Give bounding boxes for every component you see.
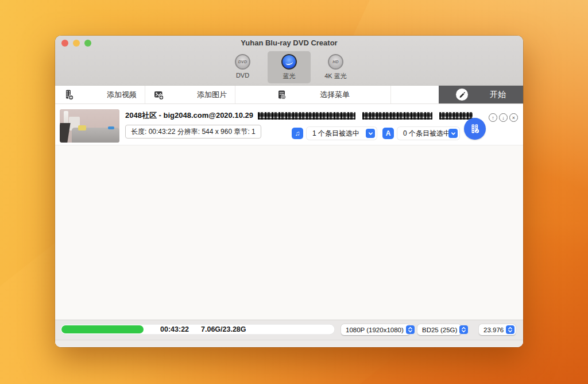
disc-mode-tabs: DVD DVD 蓝光 HD 4K 蓝光 [55, 51, 523, 83]
stepper-icon[interactable] [406, 325, 415, 334]
toolbar: 添加视频 添加图片 选择菜单 [55, 85, 523, 104]
media-list: 2048社区 - big2048.com@2020.10.29 长度: 00:4… [55, 104, 523, 320]
progress-fill [61, 325, 144, 333]
dvd-disc-icon: DVD [235, 54, 250, 70]
move-down-button[interactable]: ↓ [499, 113, 508, 122]
move-up-button[interactable]: ↑ [489, 113, 497, 122]
disc-size-value: BD25 (25G) [422, 327, 457, 333]
add-video-label: 添加视频 [107, 90, 137, 100]
redacted-segment [439, 112, 473, 120]
row-actions: ↑ ↓ × [489, 113, 518, 122]
window-header: Yuhan Blu-ray DVD Creator DVD DVD 蓝光 HD … [55, 36, 523, 85]
mode-tab-4k-bluray[interactable]: HD 4K 蓝光 [314, 51, 357, 83]
add-image-label: 添加图片 [197, 90, 227, 100]
add-video-icon [63, 89, 75, 101]
thumbnail-art [108, 126, 114, 129]
remove-item-button[interactable]: × [509, 113, 518, 122]
window-footer [55, 340, 523, 347]
mode-tab-bluray[interactable]: 蓝光 [268, 51, 311, 83]
media-list-item[interactable]: 2048社区 - big2048.com@2020.10.29 长度: 00:4… [55, 104, 523, 145]
video-thumbnail [60, 109, 119, 143]
subtitle-track-value: 0 个条目被选中 [403, 129, 450, 139]
window-title: Yuhan Blu-ray DVD Creator [55, 39, 523, 47]
pencil-icon [456, 89, 468, 101]
mode-tab-label: DVD [236, 72, 249, 79]
resolution-value: 1080P (1920x1080) [346, 327, 404, 333]
chevron-down-icon[interactable] [366, 129, 375, 138]
mode-tab-dvd[interactable]: DVD DVD [221, 51, 264, 83]
media-title-text: 2048社区 - big2048.com@2020.10.29 [125, 110, 253, 121]
bluray-disc-icon [281, 54, 297, 70]
dvd-disc-badge: DVD [238, 60, 247, 64]
select-menu-icon [276, 89, 288, 101]
progress-bar: 00:43:22 7.06G/23.28G [60, 324, 335, 335]
status-bar: 00:43:22 7.06G/23.28G 1080P (1920x1080) … [55, 320, 523, 347]
redacted-text [258, 112, 473, 120]
duration-text: 00:43:22 [160, 324, 189, 335]
select-menu-label: 选择菜单 [320, 90, 350, 100]
redacted-segment [258, 112, 355, 120]
edit-video-icon [469, 123, 481, 135]
subtitle-track-select[interactable]: 0 个条目被选中 [397, 127, 459, 140]
music-note-icon: ♫ [292, 128, 303, 139]
stepper-icon[interactable] [459, 325, 468, 334]
uhd-disc-badge: HD [332, 60, 339, 64]
add-video-button[interactable]: 添加视频 [55, 86, 145, 103]
app-window: Yuhan Blu-ray DVD Creator DVD DVD 蓝光 HD … [55, 36, 523, 347]
add-image-icon [153, 89, 165, 101]
desktop: { "window": { "title": "Yuhan Blu-ray DV… [0, 0, 588, 384]
disc-size-select[interactable]: BD25 (25G) [417, 324, 461, 335]
media-info: 长度: 00:43:22 分辨率: 544 x 960 章节: 1 [125, 125, 261, 139]
resolution-select[interactable]: 1080P (1920x1080) [341, 324, 410, 335]
uhd-disc-icon: HD [328, 54, 343, 70]
edit-video-button[interactable] [464, 118, 486, 140]
mode-tab-label: 蓝光 [283, 72, 296, 80]
select-menu-button[interactable]: 选择菜单 [235, 86, 391, 103]
subtitle-icon: A [382, 128, 394, 139]
start-label: 开始 [490, 90, 506, 100]
stepper-icon[interactable] [506, 325, 514, 334]
audio-track-value: 1 个条目被选中 [312, 129, 359, 139]
thumbnail-art [78, 125, 86, 130]
toolbar-spacer [391, 86, 439, 103]
audio-track-select[interactable]: 1 个条目被选中 [307, 127, 377, 140]
framerate-value: 23.976 [483, 327, 504, 333]
add-image-button[interactable]: 添加图片 [145, 86, 235, 103]
mode-tab-label: 4K 蓝光 [324, 72, 347, 80]
chevron-down-icon[interactable] [448, 129, 458, 138]
size-text: 7.06G/23.28G [201, 324, 246, 335]
framerate-select[interactable]: 23.976 [479, 324, 516, 335]
start-button[interactable]: 开始 [439, 86, 523, 103]
media-title: 2048社区 - big2048.com@2020.10.29 [125, 111, 473, 120]
redacted-segment [362, 112, 432, 120]
